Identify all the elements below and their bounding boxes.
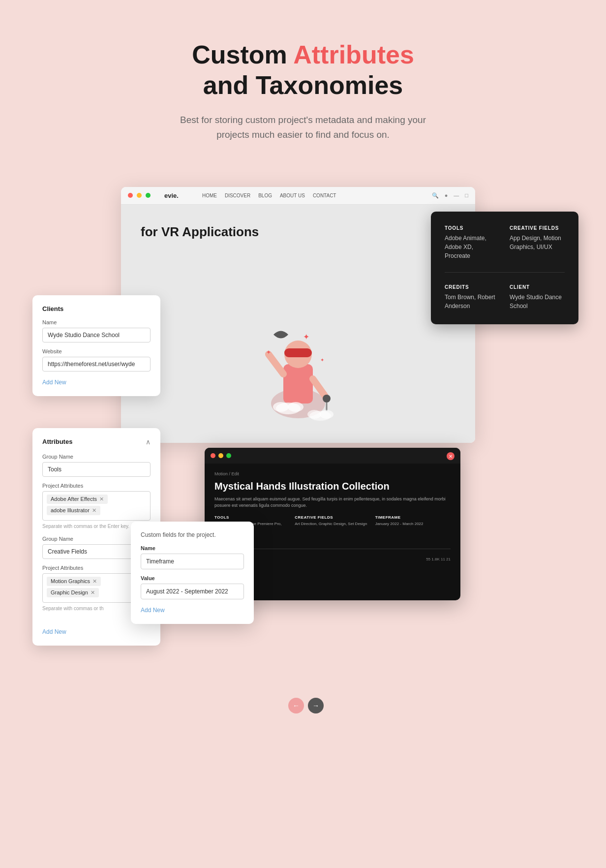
hero-section: Custom Attributes and Taxonomies Best fo… bbox=[0, 0, 606, 172]
svg-point-12 bbox=[273, 402, 289, 412]
vr-title-text: for VR Applications bbox=[141, 224, 259, 239]
dark-creative-value: Art Direction, Graphic Design, Set Desig… bbox=[295, 521, 370, 527]
theme-icon: ● bbox=[445, 192, 448, 198]
nav-contact[interactable]: CONTACT bbox=[313, 193, 336, 198]
popup-name-input[interactable] bbox=[141, 554, 244, 569]
maximize-icon: □ bbox=[465, 192, 468, 198]
nav-arrows: ← → bbox=[288, 698, 324, 713]
tools-section: TOOLS Adobe Animate, Adobe XD, Procreate bbox=[445, 225, 500, 260]
project-attrs-label1: Project Attributes bbox=[42, 483, 151, 489]
name-input[interactable] bbox=[42, 328, 151, 342]
website-input[interactable] bbox=[42, 357, 151, 372]
attrs-add-new[interactable]: Add New bbox=[42, 628, 66, 635]
tag-remove-graphic[interactable]: ✕ bbox=[91, 589, 95, 596]
nav-blog[interactable]: BLOG bbox=[258, 193, 272, 198]
next-button[interactable]: → bbox=[308, 698, 324, 713]
social-stats: 55 1.8K 11 21 bbox=[426, 557, 451, 561]
prev-button[interactable]: ← bbox=[288, 698, 304, 713]
close-btn[interactable]: ✕ bbox=[447, 452, 454, 460]
dark-info-grid: TOOLS Adobe Animate, Adobe XD, Procreate… bbox=[445, 225, 565, 310]
tag-illustrator: adobe Illustrator ✕ bbox=[47, 506, 100, 515]
popup-add-new[interactable]: Add New bbox=[141, 607, 165, 614]
tag-remove-illustrator[interactable]: ✕ bbox=[92, 507, 96, 514]
hero-title: Custom Attributes and Taxonomies bbox=[20, 39, 586, 101]
credits-label: CREDITS bbox=[445, 284, 500, 290]
tag-remove-motion[interactable]: ✕ bbox=[92, 578, 97, 585]
dark-dot-red bbox=[211, 453, 215, 458]
title-line2: and Taxonomies bbox=[203, 71, 403, 99]
chevron-up-icon[interactable]: ∧ bbox=[146, 438, 151, 446]
dark-browser-bar: ✕ bbox=[205, 448, 460, 464]
clients-add-new[interactable]: Add New bbox=[42, 379, 66, 386]
group1-label: Group Name bbox=[42, 454, 151, 460]
svg-point-15 bbox=[307, 410, 321, 419]
dot-yellow bbox=[137, 193, 142, 198]
tag-label: Adobe After Effects bbox=[51, 496, 97, 502]
demo-area: evie. HOME DISCOVER BLOG ABOUT US CONTAC… bbox=[32, 187, 574, 728]
creative-fields-label: CREATIVE FIELDS bbox=[510, 225, 565, 231]
tag-label4: Graphic Design bbox=[51, 589, 88, 595]
creative-fields-section: CREATIVE FIELDS App Design, Motion Graph… bbox=[510, 225, 565, 260]
tools-label: TOOLS bbox=[445, 225, 500, 231]
dark-dot-green bbox=[226, 453, 231, 458]
minimize-icon: — bbox=[454, 192, 459, 198]
svg-text:✦: ✦ bbox=[266, 349, 271, 356]
browser-actions: 🔍 ● — □ bbox=[432, 192, 468, 199]
browser-main: for VR Applications bbox=[121, 205, 475, 443]
project-desc: Maecenas sit amet aliquam euismod augue.… bbox=[214, 496, 451, 509]
dot-green bbox=[146, 193, 151, 198]
name-label: Name bbox=[42, 319, 151, 325]
popup-value-label: Value bbox=[141, 575, 244, 581]
svg-rect-1 bbox=[283, 364, 313, 403]
browser-window: evie. HOME DISCOVER BLOG ABOUT US CONTAC… bbox=[121, 187, 475, 443]
search-icon[interactable]: 🔍 bbox=[432, 192, 439, 199]
credits-section: CREDITS Tom Brown, Robert Anderson bbox=[445, 284, 500, 310]
tag-motion-graphics: Motion Graphics ✕ bbox=[47, 577, 101, 586]
attributes-header: Attributes ∧ bbox=[42, 438, 151, 446]
svg-text:✦: ✦ bbox=[320, 357, 324, 363]
client-value: Wyde Studio Dance School bbox=[510, 293, 565, 310]
attributes-title: Attributes bbox=[42, 438, 72, 445]
svg-point-6 bbox=[323, 395, 331, 403]
project-meta: Motion / Edit bbox=[214, 471, 451, 476]
browser-content: for VR Applications bbox=[121, 205, 475, 443]
dark-timeframe-value: January 2022 - March 2022 bbox=[375, 521, 451, 527]
svg-point-16 bbox=[320, 410, 333, 419]
dark-tools-label: TOOLS bbox=[214, 515, 290, 520]
dark-timeframe-section: TIMEFRAME January 2022 - March 2022 bbox=[375, 515, 451, 532]
dark-creative-label: CREATIVE FIELDS bbox=[295, 515, 370, 520]
browser-logo: evie. bbox=[164, 192, 179, 199]
illustration: ✦ ✦ ✦ bbox=[249, 305, 347, 433]
dark-creative-section: CREATIVE FIELDS Art Direction, Graphic D… bbox=[295, 515, 370, 532]
nav-discover[interactable]: DISCOVER bbox=[225, 193, 250, 198]
divider bbox=[445, 272, 565, 273]
svg-rect-3 bbox=[284, 348, 312, 357]
tag-label2: adobe Illustrator bbox=[51, 507, 90, 513]
tag-after-effects: Adobe After Effects ✕ bbox=[47, 495, 108, 504]
credits-value: Tom Brown, Robert Anderson bbox=[445, 293, 500, 310]
client-label: CLIENT bbox=[510, 284, 565, 290]
nav-home[interactable]: HOME bbox=[202, 193, 217, 198]
nav-about[interactable]: ABOUT US bbox=[280, 193, 305, 198]
group1-input[interactable] bbox=[42, 462, 151, 477]
custom-fields-popup: Custom fields for the project. Name Valu… bbox=[131, 522, 254, 624]
website-label: Website bbox=[42, 348, 151, 354]
clients-title: Clients bbox=[42, 305, 151, 312]
creative-fields-value: App Design, Motion Graphics, UI/UX bbox=[510, 234, 565, 251]
hero-subtitle: Best for storing custom project's metada… bbox=[180, 113, 426, 143]
tools-tag-area: Adobe After Effects ✕ adobe Illustrator … bbox=[42, 491, 151, 521]
tools-value: Adobe Animate, Adobe XD, Procreate bbox=[445, 234, 500, 260]
dark-timeframe-label: TIMEFRAME bbox=[375, 515, 451, 520]
tag-graphic-design: Graphic Design ✕ bbox=[47, 588, 99, 597]
vr-title: for VR Applications bbox=[141, 224, 259, 240]
svg-text:✦: ✦ bbox=[303, 333, 309, 341]
dot-red bbox=[128, 193, 133, 198]
dark-info-card: TOOLS Adobe Animate, Adobe XD, Procreate… bbox=[431, 212, 578, 324]
svg-point-13 bbox=[288, 402, 303, 412]
browser-nav: HOME DISCOVER BLOG ABOUT US CONTACT bbox=[202, 193, 336, 198]
tag-remove-after-effects[interactable]: ✕ bbox=[99, 496, 104, 502]
browser-bar: evie. HOME DISCOVER BLOG ABOUT US CONTAC… bbox=[121, 187, 475, 205]
clients-card: Clients Name Website Add New bbox=[32, 295, 160, 396]
title-normal: Custom bbox=[192, 40, 293, 69]
popup-value-input[interactable] bbox=[141, 584, 244, 599]
